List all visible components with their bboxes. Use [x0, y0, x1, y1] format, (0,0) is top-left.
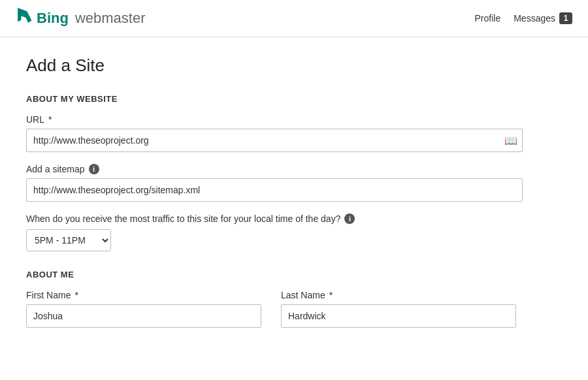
first-name-required-marker: *: [74, 290, 78, 300]
first-name-field-group: First Name *: [26, 290, 261, 328]
about-me-section: ABOUT ME First Name * Last Name *: [26, 270, 562, 328]
about-website-section: ABOUT MY WEBSITE URL * 📖 Add a sitemap i…: [26, 94, 562, 251]
sitemap-info-icon[interactable]: i: [89, 164, 99, 174]
first-name-input[interactable]: [26, 304, 261, 328]
bing-logo: Bing: [13, 8, 69, 29]
profile-link[interactable]: Profile: [475, 13, 501, 24]
last-name-input[interactable]: [281, 304, 516, 328]
first-name-label: First Name *: [26, 290, 261, 300]
url-book-icon: 📖: [504, 134, 517, 147]
messages-count-badge: 1: [559, 12, 572, 24]
url-field-group: URL * 📖: [26, 114, 562, 152]
url-required-marker: *: [48, 114, 52, 125]
last-name-field-group: Last Name *: [281, 290, 516, 328]
last-name-label: Last Name *: [281, 290, 516, 300]
messages-button[interactable]: Messages 1: [514, 12, 572, 24]
first-name-label-text: First Name: [26, 290, 71, 300]
last-name-required-marker: *: [329, 290, 333, 300]
url-input-wrapper: 📖: [26, 129, 523, 152]
svg-marker-0: [18, 8, 31, 23]
bing-icon: [13, 8, 34, 29]
header: Bing webmaster Profile Messages 1: [0, 0, 588, 37]
about-website-heading: ABOUT MY WEBSITE: [26, 94, 562, 104]
bing-brand-text: Bing: [37, 10, 69, 27]
traffic-label-text: When do you receive the most traffic to …: [26, 214, 340, 224]
traffic-label: When do you receive the most traffic to …: [26, 214, 562, 224]
sitemap-input[interactable]: [26, 178, 523, 202]
header-right: Profile Messages 1: [475, 12, 573, 24]
sitemap-label: Add a sitemap i: [26, 164, 562, 174]
main-content: Add a Site ABOUT MY WEBSITE URL * 📖 Add …: [0, 37, 588, 346]
messages-label: Messages: [514, 13, 555, 24]
url-label-text: URL: [26, 114, 44, 125]
url-input[interactable]: [26, 129, 523, 152]
about-me-heading: ABOUT ME: [26, 270, 562, 279]
url-label: URL *: [26, 114, 562, 125]
sitemap-field-group: Add a sitemap i: [26, 164, 562, 202]
header-left: Bing webmaster: [13, 8, 145, 29]
last-name-label-text: Last Name: [281, 290, 325, 300]
page-title: Add a Site: [26, 55, 562, 76]
traffic-field-group: When do you receive the most traffic to …: [26, 214, 562, 251]
webmaster-subtitle: webmaster: [75, 10, 146, 27]
sitemap-label-text: Add a sitemap: [26, 164, 85, 174]
traffic-time-select[interactable]: 12AM - 6AM6AM - 12PM12PM - 5PM5PM - 11PM: [26, 229, 111, 251]
traffic-info-icon[interactable]: i: [344, 214, 355, 224]
name-row: First Name * Last Name *: [26, 290, 562, 328]
